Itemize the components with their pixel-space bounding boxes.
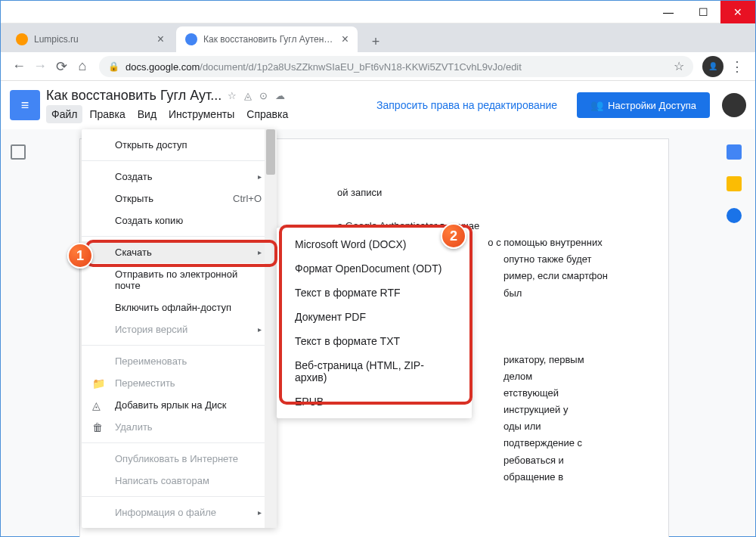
submenu-item[interactable]: Формат OpenDocument (ODT) — [277, 256, 472, 281]
docs-header: ≡ Как восстановить Гугл Аут... ☆ ◬ ⊙ ☁ Ф… — [1, 81, 755, 129]
right-rail — [713, 129, 755, 536]
menu-help[interactable]: Справка — [241, 105, 293, 123]
docs-menubar: Файл Правка Вид Инструменты Справка — [46, 105, 366, 123]
menu-file[interactable]: Файл — [46, 105, 82, 123]
menu-item: Переименовать — [82, 350, 277, 372]
menu-item[interactable]: Создать▸ — [82, 166, 277, 188]
outline-icon[interactable] — [11, 144, 26, 160]
address-bar: ← → ⟳ ⌂ 🔒 docs.google.com/document/d/1p2… — [1, 52, 755, 81]
lock-icon: 🔒 — [108, 61, 119, 72]
drive-icon[interactable]: ◬ — [244, 90, 252, 101]
submenu-item[interactable]: Текст в формате TXT — [277, 329, 472, 353]
window-maximize[interactable]: ☐ — [686, 1, 720, 23]
window-close[interactable]: ✕ — [720, 1, 755, 23]
menu-edit[interactable]: Правка — [84, 105, 130, 123]
visibility-icon[interactable]: ⊙ — [259, 90, 268, 101]
tab-close-icon[interactable]: × — [342, 33, 349, 46]
star-icon[interactable]: ☆ — [228, 90, 237, 101]
submenu-item[interactable]: Документ PDF — [277, 305, 472, 329]
calendar-icon[interactable] — [727, 144, 742, 160]
menu-item: Опубликовать в Интернете — [82, 448, 277, 470]
tab-title: Lumpics.ru — [34, 34, 153, 45]
scrollbar-thumb[interactable] — [266, 129, 275, 175]
menu-item[interactable]: Создать копию — [82, 210, 277, 231]
new-tab-button[interactable]: + — [365, 31, 386, 52]
annotation-badge-1: 1 — [67, 243, 93, 268]
submenu-item[interactable]: Веб-страница (HTML, ZIP-архив) — [277, 353, 472, 390]
cloud-icon[interactable]: ☁ — [275, 90, 285, 101]
file-dropdown-menu: Открыть доступСоздать▸ОткрытьCtrl+OСозда… — [82, 129, 277, 528]
reload-button[interactable]: ⟳ — [51, 56, 72, 77]
menu-item[interactable]: Включить офлайн-доступ — [82, 296, 277, 318]
download-submenu: Microsoft Word (DOCX)Формат OpenDocument… — [277, 228, 472, 418]
window-minimize[interactable]: — — [651, 1, 686, 23]
bookmark-star-icon[interactable]: ☆ — [674, 59, 684, 73]
menu-item[interactable]: ◬Добавить ярлык на Диск — [82, 394, 277, 416]
menu-item: История версий▸ — [82, 318, 277, 340]
tasks-icon[interactable] — [727, 208, 742, 223]
omnibox[interactable]: 🔒 docs.google.com/document/d/1p2a8UsZZkn… — [99, 56, 693, 77]
request-edit-button[interactable]: Запросить права на редактирование — [366, 93, 568, 117]
people-icon: 👥 — [590, 99, 603, 111]
left-rail — [1, 129, 36, 536]
menu-item[interactable]: Отправить по электронной почте — [82, 263, 277, 296]
profile-avatar[interactable]: 👤 — [702, 56, 723, 77]
tab-lumpics[interactable]: Lumpics.ru × — [7, 26, 173, 52]
favicon-icon — [185, 33, 197, 45]
home-button[interactable]: ⌂ — [72, 56, 93, 77]
menu-item: Написать соавторам — [82, 470, 277, 492]
document-title[interactable]: Как восстановить Гугл Аут... — [46, 88, 222, 104]
menu-item: 📁Переместить — [82, 372, 277, 394]
submenu-item[interactable]: Текст в формате RTF — [277, 281, 472, 305]
tab-strip: Lumpics.ru × Как восстановить Гугл Аутен… — [1, 23, 755, 52]
share-button[interactable]: 👥 Настройки Доступа — [577, 92, 710, 118]
menu-item: Информация о файле▸ — [82, 501, 277, 523]
docs-logo-icon[interactable]: ≡ — [10, 90, 40, 120]
browser-menu-button[interactable]: ⋮ — [727, 58, 748, 75]
back-button[interactable]: ← — [8, 56, 29, 77]
tab-docs[interactable]: Как восстановить Гугл Аутентис × — [176, 26, 358, 52]
user-avatar[interactable] — [722, 93, 746, 117]
tab-title: Как восстановить Гугл Аутентис — [203, 34, 337, 45]
menu-item: 🗑Удалить — [82, 416, 277, 438]
menu-item[interactable]: ОткрытьCtrl+O — [82, 188, 277, 210]
annotation-badge-2: 2 — [441, 223, 466, 249]
menu-view[interactable]: Вид — [132, 105, 162, 123]
tab-close-icon[interactable]: × — [157, 33, 164, 46]
menu-item[interactable]: Скачать▸ — [82, 241, 277, 263]
favicon-icon — [16, 33, 28, 45]
forward-button[interactable]: → — [29, 56, 51, 77]
window-titlebar: — ☐ ✕ — [1, 1, 755, 23]
url-text: docs.google.com/document/d/1p2a8UsZZknwS… — [125, 61, 522, 73]
menu-item[interactable]: Открыть доступ — [82, 134, 277, 156]
keep-icon[interactable] — [727, 176, 742, 191]
menu-tools[interactable]: Инструменты — [163, 105, 240, 123]
submenu-item[interactable]: EPUB — [277, 390, 472, 414]
